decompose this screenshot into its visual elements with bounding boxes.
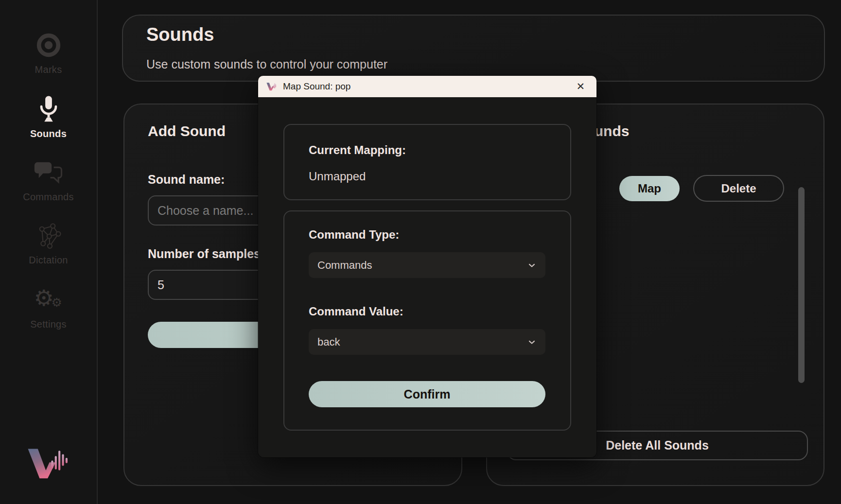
- gears-icon: ⚙ ⚙: [0, 285, 97, 315]
- sounds-header-card: Sounds Use custom sounds to control your…: [122, 15, 825, 82]
- sidebar: Marks Sounds Commands: [0, 0, 98, 504]
- network-icon: [0, 221, 97, 251]
- chevron-down-icon: [527, 261, 537, 270]
- command-card: Command Type: Commands Command Value: ba…: [283, 210, 571, 431]
- chevron-down-icon: [527, 337, 537, 347]
- sidebar-item-settings[interactable]: ⚙ ⚙ Settings: [0, 285, 97, 330]
- sidebar-item-label: Sounds: [0, 128, 97, 139]
- sidebar-item-dictation[interactable]: Dictation: [0, 221, 97, 266]
- target-icon: [0, 30, 97, 60]
- confirm-button[interactable]: Confirm: [309, 381, 545, 407]
- page-title: Sounds: [146, 24, 214, 45]
- current-mapping-card: Current Mapping: Unmapped: [283, 124, 571, 200]
- current-mapping-value: Unmapped: [309, 170, 366, 183]
- page-subtitle: Use custom sounds to control your comput…: [146, 57, 387, 71]
- sidebar-item-commands[interactable]: Commands: [0, 157, 97, 203]
- close-icon[interactable]: ✕: [572, 80, 589, 94]
- sounds-list-scrollbar[interactable]: [798, 187, 805, 383]
- add-sound-title: Add Sound: [148, 123, 226, 139]
- sidebar-item-marks[interactable]: Marks: [0, 30, 97, 75]
- command-value-selected-value: back: [317, 336, 340, 348]
- modal-body: Current Mapping: Unmapped Command Type: …: [258, 97, 596, 457]
- sidebar-item-label: Marks: [0, 64, 97, 75]
- app-window: Marks Sounds Commands: [0, 0, 841, 504]
- modal-title: Map Sound: pop: [283, 81, 350, 92]
- sidebar-item-label: Dictation: [0, 255, 97, 266]
- map-button[interactable]: Map: [619, 176, 680, 201]
- current-mapping-label: Current Mapping:: [309, 143, 406, 157]
- samples-label: Number of samples:: [148, 247, 264, 261]
- command-type-label: Command Type:: [309, 228, 399, 242]
- delete-button[interactable]: Delete: [693, 175, 784, 202]
- sidebar-item-label: Settings: [0, 319, 97, 330]
- map-sound-modal: Map Sound: pop ✕ Current Mapping: Unmapp…: [258, 76, 596, 457]
- command-type-selected-value: Commands: [317, 259, 372, 272]
- command-value-label: Command Value:: [309, 305, 403, 318]
- app-logo: [25, 445, 70, 481]
- modal-titlebar[interactable]: Map Sound: pop ✕: [258, 76, 596, 97]
- sidebar-item-sounds[interactable]: Sounds: [0, 94, 97, 139]
- modal-logo-icon: [266, 82, 278, 91]
- command-value-select[interactable]: back: [309, 329, 545, 355]
- sidebar-item-label: Commands: [0, 191, 97, 203]
- microphone-icon: [0, 94, 97, 124]
- chat-bubbles-icon: [0, 157, 97, 188]
- sound-name-label: Sound name:: [148, 173, 225, 187]
- command-type-select[interactable]: Commands: [309, 252, 545, 278]
